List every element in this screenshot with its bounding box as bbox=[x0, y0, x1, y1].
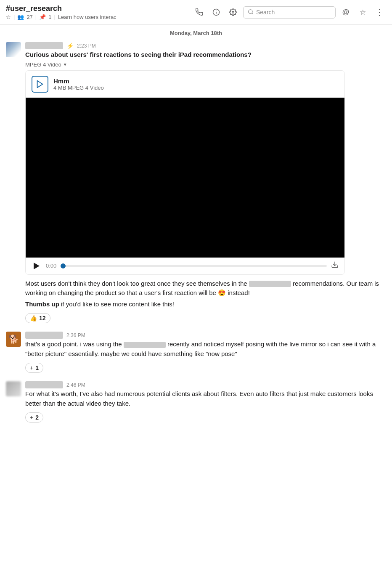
thumbs-up-label: Thumbs up bbox=[25, 300, 59, 308]
avatar-1 bbox=[6, 42, 21, 57]
message-3: 2:46 PM For what it's worth, I've also h… bbox=[6, 379, 386, 427]
search-placeholder: Search bbox=[256, 9, 275, 16]
members-icon: 👥 bbox=[17, 14, 24, 20]
video-time: 0:00 bbox=[46, 263, 56, 269]
message-1: ⚡ 2:23 PM Curious about users' first rea… bbox=[6, 40, 386, 327]
reaction-3[interactable]: + 2 bbox=[25, 412, 43, 423]
message-3-time: 2:46 PM bbox=[66, 382, 85, 388]
svg-line-5 bbox=[252, 13, 253, 14]
channel-header: #user_research ☆ | 👥 27 | 📌 1 | Learn ho… bbox=[0, 0, 392, 25]
header-action-icons: Search @ ☆ ⋮ bbox=[193, 5, 386, 19]
divider3: | bbox=[54, 14, 55, 20]
play-button[interactable] bbox=[32, 261, 42, 271]
svg-marker-6 bbox=[37, 80, 43, 88]
members-count: 27 bbox=[26, 14, 32, 20]
channel-name: #user_research bbox=[6, 4, 188, 13]
pins-icon: 📌 bbox=[39, 14, 46, 20]
reaction-emoji-1: 👍 bbox=[30, 315, 37, 322]
attachment-label-text: MPEG 4 Video bbox=[25, 61, 61, 68]
blurred-product-name-2 bbox=[124, 342, 166, 348]
message-3-text: For what it's worth, I've also had numer… bbox=[25, 389, 386, 408]
messages-container: ⚡ 2:23 PM Curious about users' first rea… bbox=[0, 40, 392, 427]
lightning-icon: ⚡ bbox=[66, 43, 74, 49]
more-button[interactable]: ⋮ bbox=[373, 5, 386, 19]
attachment-label[interactable]: MPEG 4 Video ▼ bbox=[25, 61, 386, 68]
video-subtitle: 4 MB MPEG 4 Video bbox=[53, 85, 104, 91]
reaction-count-3: 2 bbox=[35, 414, 39, 421]
message-1-header: ⚡ 2:23 PM bbox=[25, 42, 386, 49]
username-1 bbox=[25, 42, 63, 49]
channel-info: #user_research ☆ | 👥 27 | 📌 1 | Learn ho… bbox=[6, 4, 188, 20]
message-1-time: 2:23 PM bbox=[77, 43, 96, 49]
star-button[interactable]: ☆ bbox=[356, 5, 369, 19]
search-icon bbox=[248, 9, 254, 16]
pins-count: 1 bbox=[48, 14, 51, 20]
phone-button[interactable] bbox=[193, 5, 206, 19]
video-player[interactable] bbox=[26, 98, 344, 258]
message-3-body: 2:46 PM For what it's worth, I've also h… bbox=[25, 381, 386, 424]
channel-description: Learn how users interac bbox=[58, 14, 117, 20]
message-1-main-text-bold: Curious about users' first reactions to … bbox=[25, 51, 252, 58]
star-icon[interactable]: ☆ bbox=[6, 14, 11, 20]
info-button[interactable] bbox=[209, 5, 223, 19]
video-meta: Hmm 4 MB MPEG 4 Video bbox=[53, 77, 104, 91]
message-2-text: that's a good point. i was using the rec… bbox=[25, 340, 386, 359]
blurred-product-name-1 bbox=[249, 281, 291, 287]
divider2: | bbox=[35, 14, 37, 20]
progress-dot bbox=[61, 263, 66, 268]
header-meta: ☆ | 👥 27 | 📌 1 | Learn how users interac bbox=[6, 14, 188, 20]
video-file-icon bbox=[32, 76, 48, 93]
username-2 bbox=[25, 332, 63, 339]
video-title: Hmm bbox=[53, 77, 104, 85]
video-card-header: Hmm 4 MB MPEG 4 Video bbox=[26, 71, 344, 98]
at-button[interactable]: @ bbox=[339, 5, 352, 19]
message-1-cta: Thumbs up if you'd like to see more cont… bbox=[25, 300, 386, 309]
message-1-body: ⚡ 2:23 PM Curious about users' first rea… bbox=[25, 42, 386, 325]
reaction-emoji-3: + bbox=[30, 414, 33, 421]
reaction-2[interactable]: + 1 bbox=[25, 363, 43, 373]
message-1-main-text: Curious about users' first reactions to … bbox=[25, 50, 386, 60]
svg-point-3 bbox=[232, 11, 234, 13]
username-3 bbox=[25, 381, 63, 388]
message-2: 🐕 2:36 PM that's a good point. i was usi… bbox=[6, 329, 386, 377]
search-bar[interactable]: Search bbox=[243, 6, 336, 19]
reaction-emoji-2: + bbox=[30, 364, 33, 371]
avatar-2: 🐕 bbox=[6, 332, 21, 347]
video-controls: 0:00 bbox=[26, 258, 344, 274]
divider: | bbox=[13, 14, 15, 20]
message-2-body: 2:36 PM that's a good point. i was using… bbox=[25, 332, 386, 375]
video-card: Hmm 4 MB MPEG 4 Video 0:00 bbox=[25, 70, 345, 275]
message-2-header: 2:36 PM bbox=[25, 332, 386, 339]
reaction-count-1: 12 bbox=[39, 315, 46, 322]
attachment-dropdown-arrow: ▼ bbox=[63, 62, 67, 67]
avatar-3 bbox=[6, 381, 21, 396]
settings-button[interactable] bbox=[226, 5, 240, 19]
message-3-header: 2:46 PM bbox=[25, 381, 386, 388]
date-separator: Monday, March 18th bbox=[0, 25, 392, 40]
progress-bar[interactable] bbox=[61, 265, 327, 267]
message-1-body-text: Most users don't think they don't look t… bbox=[25, 279, 386, 298]
reaction-1[interactable]: 👍 12 bbox=[25, 313, 50, 323]
reaction-count-2: 1 bbox=[35, 364, 39, 371]
download-button[interactable] bbox=[331, 261, 339, 271]
message-2-time: 2:36 PM bbox=[66, 332, 85, 338]
